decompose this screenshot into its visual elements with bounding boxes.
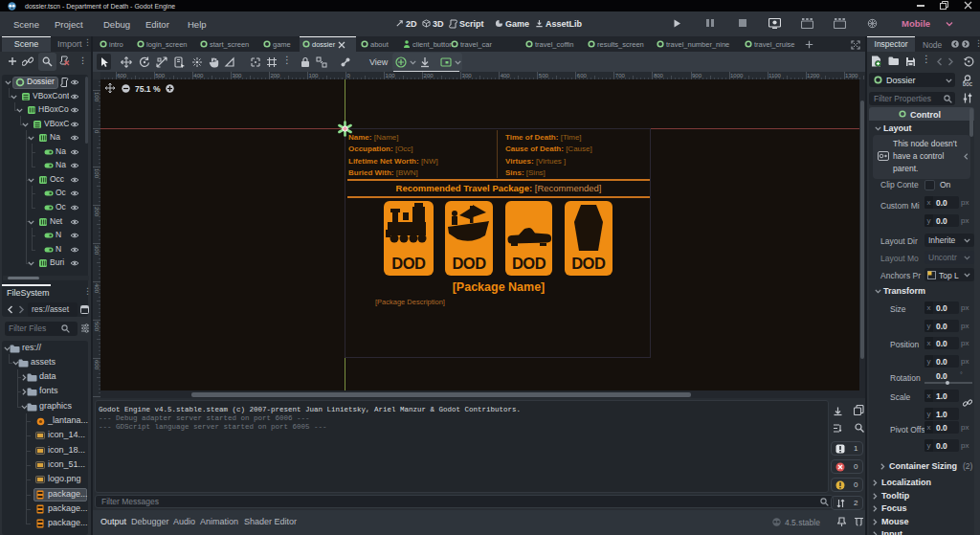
svg-text:DOD: DOD [391,255,426,272]
svg-text:DOC: DOC [963,82,973,87]
svg-text:DOD: DOD [571,255,606,272]
svg-text:DOD: DOD [452,255,486,272]
svg-text:DOD: DOD [511,255,546,272]
